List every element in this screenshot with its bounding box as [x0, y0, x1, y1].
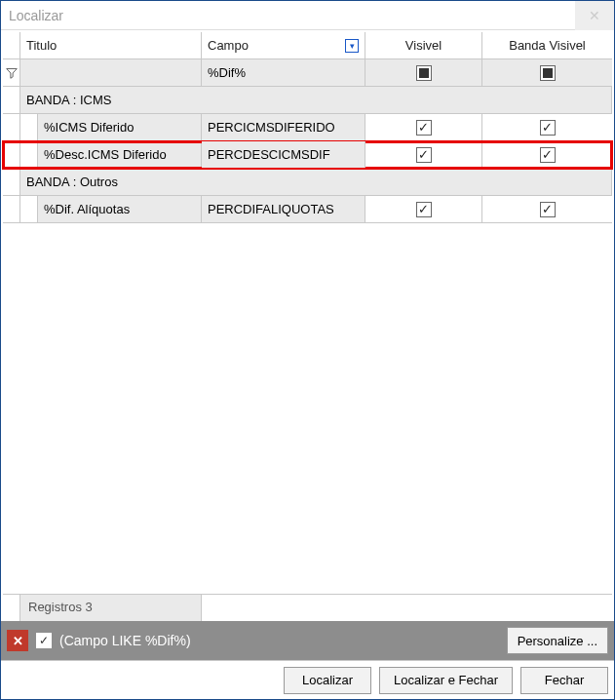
grid-empty-area: [3, 223, 612, 594]
column-header-titulo[interactable]: Titulo: [20, 32, 202, 58]
table-row[interactable]: %ICMS DiferidoPERCICMSDIFERIDO: [3, 114, 612, 141]
button-bar: Localizar Localizar e Fechar Fechar: [1, 660, 614, 699]
column-header-visivel[interactable]: Visivel: [365, 32, 482, 58]
banda-visivel-checkbox[interactable]: [540, 120, 556, 136]
funnel-icon: [6, 67, 18, 79]
banda-visivel-checkbox[interactable]: [540, 202, 556, 217]
row-indicator-header: [3, 32, 20, 58]
cell-visivel[interactable]: [365, 114, 482, 140]
row-indicator: [3, 114, 20, 140]
cell-campo[interactable]: PERCDIFALIQUOTAS: [202, 196, 365, 222]
grid: Titulo Campo ▾ Visivel Banda Visivel %Di…: [1, 30, 614, 621]
localizar-button[interactable]: Localizar: [284, 667, 371, 694]
group-row[interactable]: BANDA : Outros: [3, 169, 612, 196]
filter-visivel-checkbox[interactable]: [416, 65, 432, 81]
column-header-campo-label: Campo: [208, 38, 249, 53]
filter-banda-visivel-input[interactable]: [482, 59, 612, 86]
table-row[interactable]: %Desc.ICMS DiferidoPERCDESCICMSDIF: [3, 141, 612, 169]
filter-active-icon[interactable]: ▾: [345, 39, 359, 53]
personalize-button[interactable]: Personalize ...: [507, 627, 608, 654]
group-indicator: [3, 169, 20, 195]
fechar-button[interactable]: Fechar: [520, 667, 608, 694]
record-count: Registros 3: [20, 595, 202, 621]
cell-banda-visivel[interactable]: [482, 114, 612, 140]
cell-campo[interactable]: PERCDESCICMSDIF: [202, 141, 365, 168]
find-dialog: Localizar ✕ Titulo Campo ▾ Visivel Banda…: [0, 0, 615, 700]
filter-enabled-checkbox[interactable]: [36, 633, 52, 648]
filter-row-indicator[interactable]: [3, 59, 20, 86]
window-title: Localizar: [9, 8, 63, 23]
filter-banda-visivel-checkbox[interactable]: [540, 65, 556, 81]
group-indicator: [3, 87, 20, 113]
cell-titulo[interactable]: %ICMS Diferido: [38, 114, 202, 140]
group-row[interactable]: BANDA : ICMS: [3, 87, 612, 114]
column-header-campo[interactable]: Campo ▾: [202, 32, 365, 58]
filter-expression: (Campo LIKE %Dif%): [59, 633, 191, 648]
cell-titulo[interactable]: %Desc.ICMS Diferido: [38, 141, 202, 168]
column-header-visivel-label: Visivel: [405, 38, 442, 53]
status-bar: Registros 3: [3, 594, 612, 621]
group-label: BANDA : Outros: [20, 169, 612, 195]
table-row[interactable]: %Dif. AlíquotasPERCDIFALIQUOTAS: [3, 196, 612, 223]
status-rest: [202, 595, 612, 621]
row-indicator: [3, 141, 20, 168]
group-label: BANDA : ICMS: [20, 87, 612, 113]
column-header-banda-visivel-label: Banda Visivel: [509, 38, 586, 53]
cell-visivel[interactable]: [365, 196, 482, 222]
column-header-banda-visivel[interactable]: Banda Visivel: [482, 32, 612, 58]
localizar-fechar-button[interactable]: Localizar e Fechar: [379, 667, 513, 694]
titlebar: Localizar ✕: [1, 1, 614, 30]
banda-visivel-checkbox[interactable]: [540, 147, 556, 163]
status-gutter: [3, 595, 20, 621]
cell-banda-visivel[interactable]: [482, 141, 612, 168]
filter-visivel-input[interactable]: [365, 59, 482, 86]
visivel-checkbox[interactable]: [416, 120, 432, 136]
cell-visivel[interactable]: [365, 141, 482, 168]
clear-filter-button[interactable]: ✕: [7, 630, 28, 651]
visivel-checkbox[interactable]: [416, 202, 432, 217]
cell-titulo[interactable]: %Dif. Alíquotas: [38, 196, 202, 222]
filter-row: %Dif%: [3, 59, 612, 87]
row-indent: [20, 114, 38, 140]
cell-campo[interactable]: PERCICMSDIFERIDO: [202, 114, 365, 140]
filter-titulo-input[interactable]: [20, 59, 202, 86]
visivel-checkbox[interactable]: [416, 147, 432, 163]
column-header-titulo-label: Titulo: [26, 38, 57, 53]
filter-summary-bar: ✕ (Campo LIKE %Dif%) Personalize ...: [1, 621, 614, 660]
row-indent: [20, 196, 38, 222]
filter-campo-input[interactable]: %Dif%: [202, 59, 365, 86]
filter-campo-value: %Dif%: [208, 65, 246, 80]
cell-banda-visivel[interactable]: [482, 196, 612, 222]
row-indent: [20, 141, 38, 168]
row-indicator: [3, 196, 20, 222]
column-header-row: Titulo Campo ▾ Visivel Banda Visivel: [3, 32, 612, 59]
close-window-button[interactable]: ✕: [575, 1, 614, 30]
